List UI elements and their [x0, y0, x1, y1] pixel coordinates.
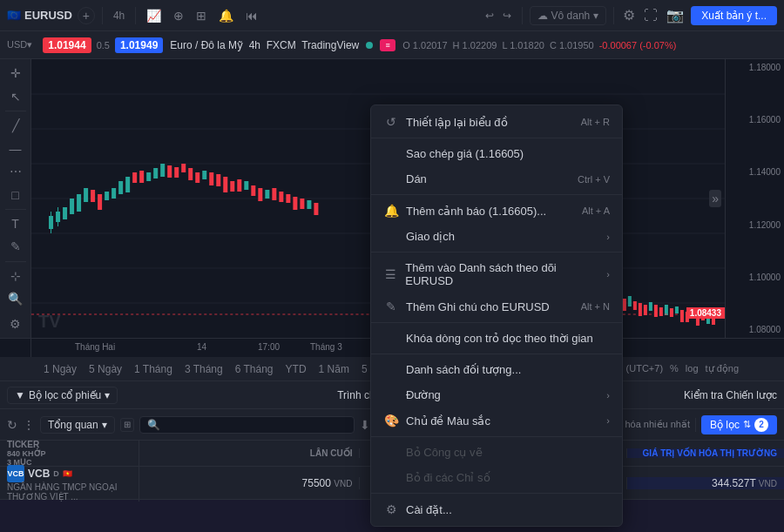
zoom-tool[interactable]: 🔍: [3, 288, 28, 310]
expand-chart-button[interactable]: »: [709, 190, 721, 207]
horizontal-line-tool[interactable]: —: [3, 138, 28, 159]
crosshair-tool[interactable]: ✛: [3, 63, 28, 84]
search-box[interactable]: 🔍: [139, 416, 355, 434]
svg-rect-19: [118, 181, 123, 194]
refresh-button[interactable]: ↻: [7, 418, 17, 432]
menu-item-add-alert[interactable]: 🔔 Thêm cảnh báo (1.16605)... Alt + A: [371, 198, 622, 224]
redo-button[interactable]: ↪: [499, 8, 515, 24]
menu-item-theme[interactable]: 🎨 Chủ đề Màu sắc ›: [371, 407, 622, 434]
menu-item-paste[interactable]: Dán Ctrl + V: [371, 166, 622, 192]
currency-label: USD▾: [7, 39, 32, 50]
svg-rect-18: [112, 188, 116, 199]
timeframe-label: 4h: [113, 10, 125, 22]
period-ytd[interactable]: YTD: [280, 361, 312, 377]
more-button[interactable]: ⋮: [23, 418, 35, 432]
check-strategy-button[interactable]: Kiểm tra Chiến lược: [684, 389, 777, 401]
sort-icon: ⇅: [743, 419, 751, 430]
svg-rect-47: [314, 203, 318, 215]
period-5d[interactable]: 5 Ngày: [84, 361, 127, 377]
publish-button[interactable]: Xuất bản ý t...: [691, 6, 777, 25]
bo-loc-button[interactable]: Bộ lọc ⇅ 2: [701, 415, 777, 434]
menu-item-remove-indicators: Bỏ đi các Chỉ số: [371, 465, 622, 490]
add-symbol-button[interactable]: +: [78, 7, 95, 24]
menu-item-note[interactable]: ✎ Thêm Ghi chú cho EURUSD Alt + N: [371, 293, 622, 320]
menu-item-lines[interactable]: Đường ›: [371, 382, 622, 407]
menu-item-trade[interactable]: Giao dịch ›: [371, 224, 622, 249]
percent-label[interactable]: %: [670, 363, 679, 374]
pair-timeframe: 4h: [249, 39, 264, 51]
svg-rect-26: [167, 165, 172, 178]
menu-item-copy-price[interactable]: Sao chép giá (1.16605): [371, 141, 622, 166]
channel-tool[interactable]: ⋯: [3, 161, 28, 183]
replay-icon: ⏮: [246, 9, 258, 23]
replay-button[interactable]: ⏮: [242, 7, 261, 24]
undo-button[interactable]: ↩: [482, 8, 497, 24]
settings-tool[interactable]: ⚙: [3, 313, 28, 334]
pink-button[interactable]: ≡: [380, 39, 395, 51]
measure-tool[interactable]: ⊹: [3, 265, 28, 286]
period-1m[interactable]: 1 Tháng: [129, 361, 178, 377]
menu-sep-5: [371, 354, 622, 354]
low-value: L 1.01820: [502, 40, 544, 51]
svg-rect-100: [644, 305, 647, 315]
symbol-button[interactable]: 🇪🇺 EURUSD: [7, 9, 72, 22]
th-last[interactable]: LÂN CUỐI: [226, 448, 360, 458]
shapes-tool[interactable]: □: [3, 184, 28, 205]
overview-label: Tổng quan: [48, 419, 98, 431]
period-3m[interactable]: 3 Tháng: [179, 361, 228, 377]
download-button[interactable]: ⬇: [360, 418, 370, 432]
text-tool[interactable]: T: [3, 213, 28, 235]
settings-button[interactable]: ⚙: [621, 5, 637, 25]
svg-rect-32: [209, 172, 213, 185]
log-label[interactable]: log: [686, 363, 699, 374]
auto-label[interactable]: tự động: [706, 363, 739, 374]
svg-rect-45: [300, 199, 304, 209]
toolbar-separator-3: [522, 7, 523, 24]
timeframe-button[interactable]: 4h: [110, 8, 128, 24]
reset-icon: ↺: [383, 115, 399, 129]
menu-item-lock-crosshair[interactable]: Khóa dòng con trỏ dọc theo thời gian: [371, 326, 622, 351]
pair-broker: FXCM: [267, 39, 299, 51]
settings-menu-icon: ⚙: [383, 502, 399, 516]
grid-view-button[interactable]: ⊞: [120, 418, 134, 432]
currency-selector[interactable]: USD▾: [7, 39, 32, 51]
svg-rect-98: [633, 301, 637, 310]
menu-lock-label: Khóa dòng con trỏ dọc theo thời gian: [406, 332, 593, 345]
svg-rect-102: [654, 305, 658, 317]
menu-note-label: Thêm Ghi chú cho EURUSD: [406, 300, 550, 313]
menu-reset-label: Thiết lập lại biểu đồ: [406, 116, 508, 129]
filter-stock-button[interactable]: ▼ Bộ lọc cổ phiếu ▾: [7, 387, 118, 404]
alert-button[interactable]: 🔔: [215, 7, 237, 24]
cursor-tool[interactable]: ↖: [3, 86, 28, 108]
svg-rect-28: [181, 164, 186, 172]
menu-item-settings[interactable]: ⚙ Cài đặt...: [371, 496, 622, 522]
theme-arrow-icon: ›: [606, 415, 610, 426]
period-6m[interactable]: 6 Tháng: [230, 361, 279, 377]
indicators-button[interactable]: 📈: [143, 7, 165, 24]
snapshot-button[interactable]: 📷: [665, 5, 686, 25]
compare-button[interactable]: ⊕: [170, 7, 187, 24]
menu-item-reset[interactable]: ↺ Thiết lập lại biểu đồ Alt + R: [371, 109, 622, 135]
trendline-tool[interactable]: ╱: [3, 115, 28, 137]
chevron-down-icon-overview: ▾: [102, 419, 107, 431]
th-mktcap[interactable]: GIÁ TRỊ VỐN HÓA THỊ TRƯỜNG: [627, 448, 784, 458]
svg-rect-43: [286, 194, 290, 203]
current-price-label: 1.08433: [686, 307, 725, 319]
period-1d[interactable]: 1 Ngày: [38, 361, 82, 377]
cloud-button[interactable]: ☁ Vô danh ▾: [530, 6, 607, 25]
search-input[interactable]: [164, 419, 347, 431]
layout-button[interactable]: ⊞: [193, 7, 210, 24]
menu-item-watchlist[interactable]: ☰ Thêm vào Danh sách theo dõi EURUSD ›: [371, 255, 622, 293]
svg-rect-37: [244, 181, 248, 190]
watchlist-arrow-icon: ›: [606, 269, 610, 279]
compare-icon: ⊕: [173, 9, 184, 23]
svg-rect-46: [307, 200, 311, 209]
period-1y[interactable]: 1 Năm: [314, 361, 355, 377]
theme-icon: 🎨: [383, 414, 399, 428]
fullscreen-button[interactable]: ⛶: [642, 6, 659, 25]
menu-item-objects[interactable]: Danh sách đối tượng...: [371, 357, 622, 382]
overview-button[interactable]: Tổng quan ▾: [40, 416, 115, 434]
chevron-down-icon: ▾: [593, 10, 598, 22]
annotation-tool[interactable]: ✎: [3, 236, 28, 258]
y-price-5: 1.10000: [729, 273, 781, 282]
